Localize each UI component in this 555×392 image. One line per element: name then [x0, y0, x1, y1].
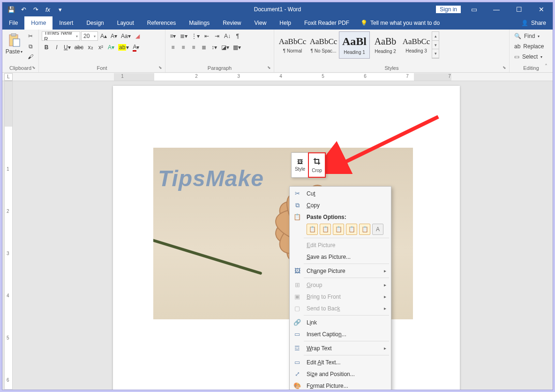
ctx-paste-options-header: 📋Paste Options: — [290, 211, 391, 223]
numbering-button[interactable]: ≣▾ — [179, 31, 189, 41]
show-marks-button[interactable]: ¶ — [233, 31, 242, 41]
underline-button[interactable]: U▾ — [62, 43, 72, 52]
style-no-spacing[interactable]: AaBbCc¶ No Spac... — [308, 31, 339, 59]
grow-font-button[interactable]: A▴ — [99, 31, 108, 41]
bold-button[interactable]: B — [42, 43, 51, 52]
paste-link[interactable]: 📋 — [346, 224, 357, 235]
clear-formatting-button[interactable]: ◢ — [133, 31, 142, 41]
document-area: 1 2 3 4 5 6 — [2, 81, 553, 390]
ctx-insert-caption[interactable]: ▭Insert Caption... — [290, 328, 391, 340]
increase-indent-button[interactable]: ⇥ — [212, 31, 222, 41]
tab-foxit[interactable]: Foxit Reader PDF — [298, 16, 356, 30]
style-heading1[interactable]: AaBlHeading 1 — [339, 31, 370, 59]
paste-text-only[interactable]: A — [372, 224, 383, 235]
italic-button[interactable]: I — [52, 43, 61, 52]
multilevel-button[interactable]: ⋮▾ — [190, 31, 201, 41]
strikethrough-button[interactable]: abc — [73, 43, 85, 52]
tab-selector[interactable]: L — [4, 73, 13, 81]
tab-file[interactable]: File — [2, 16, 24, 30]
replace-button[interactable]: abReplace — [512, 42, 546, 51]
styles-launcher-icon[interactable]: ⬊ — [502, 65, 507, 70]
decrease-indent-button[interactable]: ⇤ — [202, 31, 211, 41]
styles-scroll[interactable]: ▴▾▾ — [432, 31, 439, 59]
highlight-button[interactable]: ab▾ — [117, 43, 130, 52]
align-center-button[interactable]: ≡ — [179, 43, 188, 52]
style-normal[interactable]: AaBbCc¶ Normal — [277, 31, 308, 59]
tab-references[interactable]: References — [141, 16, 182, 30]
fx-icon[interactable]: fx — [43, 4, 53, 15]
cut-button[interactable]: ✂ — [26, 31, 35, 41]
mini-crop-button[interactable]: Crop — [308, 153, 325, 177]
paste-keep-source[interactable]: 📋 — [307, 224, 318, 235]
minimize-icon[interactable]: — — [487, 2, 506, 16]
shading-button[interactable]: ◪▾ — [220, 43, 231, 52]
wrap-icon: ☲ — [292, 345, 302, 352]
clipboard-launcher-icon[interactable]: ⬊ — [31, 65, 37, 70]
justify-button[interactable]: ≣ — [199, 43, 209, 52]
tab-layout[interactable]: Layout — [111, 16, 141, 30]
find-button[interactable]: 🔍Find▾ — [512, 31, 546, 41]
paste-picture[interactable]: 📋 — [333, 224, 344, 235]
undo-icon[interactable]: ↶ — [18, 4, 29, 15]
font-color-button[interactable]: A▾ — [131, 43, 141, 52]
line-spacing-button[interactable]: ↕▾ — [210, 43, 219, 52]
format-painter-button[interactable]: 🖌 — [26, 52, 35, 61]
ctx-change-picture[interactable]: 🖼Change Picture▸ — [290, 265, 391, 277]
share-button[interactable]: 👤Share — [515, 16, 553, 30]
ctx-size-position[interactable]: ⤢Size and Position... — [290, 368, 391, 380]
tab-view[interactable]: View — [248, 16, 273, 30]
save-icon[interactable]: 💾 — [6, 4, 16, 15]
paragraph-launcher-icon[interactable]: ⬊ — [266, 65, 272, 70]
redo-icon[interactable]: ↷ — [30, 4, 41, 15]
tab-mailings[interactable]: Mailings — [182, 16, 216, 30]
align-left-button[interactable]: ≡ — [168, 43, 178, 52]
change-case-button[interactable]: Aa▾ — [120, 31, 132, 41]
mini-style-button[interactable]: 🖼 Style — [292, 153, 308, 177]
style-heading3[interactable]: AaBbCcHeading 3 — [401, 31, 432, 59]
ctx-save-as-picture[interactable]: Save as Picture... — [290, 251, 391, 263]
maximize-icon[interactable]: ☐ — [510, 2, 528, 16]
horizontal-ruler[interactable]: 1 2 3 4 5 6 7 7 — [114, 73, 451, 81]
tab-design[interactable]: Design — [80, 16, 110, 30]
tab-insert[interactable]: Insert — [52, 16, 80, 30]
ctx-format-picture[interactable]: 🎨Format Picture... — [290, 380, 391, 390]
ctx-cut[interactable]: ✂Cut — [290, 188, 391, 199]
font-launcher-icon[interactable]: ⬊ — [158, 65, 163, 70]
vertical-ruler[interactable]: 1 2 3 4 5 6 — [4, 81, 13, 390]
close-icon[interactable]: ✕ — [532, 2, 551, 16]
style-heading2[interactable]: AaBbHeading 2 — [370, 31, 401, 59]
tell-me-search[interactable]: 💡Tell me what you want to do — [356, 16, 444, 30]
paste-keep-text[interactable]: 📋 — [359, 224, 370, 235]
ribbon-display-icon[interactable]: ▭ — [465, 2, 483, 16]
text-effects-button[interactable]: A▾ — [106, 43, 116, 52]
superscript-button[interactable]: x² — [96, 43, 105, 52]
collapse-ribbon-icon[interactable]: ˄ — [542, 63, 550, 70]
font-name-dropdown[interactable]: Times New R▾ — [42, 31, 80, 41]
subscript-button[interactable]: x₂ — [86, 43, 95, 52]
word-window: 💾 ↶ ↷ fx ▾ Document1 - Word Sign in ▭ — … — [2, 2, 553, 390]
ctx-edit-alt-text[interactable]: ▭Edit Alt Text... — [290, 356, 391, 368]
tab-review[interactable]: Review — [216, 16, 248, 30]
find-icon: 🔍 — [514, 33, 521, 39]
sign-in-button[interactable]: Sign in — [436, 6, 461, 13]
group-paragraph: ≡▾ ≣▾ ⋮▾ ⇤ ⇥ A↓ ¶ ≡ ≡ ≡ ≣ ↕▾ ◪▾ — [165, 30, 274, 72]
copy-button[interactable]: ⧉ — [26, 42, 35, 51]
paste-button[interactable]: Paste▾ — [5, 31, 23, 55]
cut-icon: ✂ — [292, 190, 302, 197]
bullets-button[interactable]: ≡▾ — [168, 31, 178, 41]
sort-button[interactable]: A↓ — [223, 31, 232, 41]
paste-merge[interactable]: 📋 — [320, 224, 331, 235]
ctx-send-back: ▢Send to Back▸ — [290, 302, 391, 314]
watermark-text: TipsMake — [158, 166, 264, 191]
shrink-font-button[interactable]: A▾ — [109, 31, 119, 41]
font-size-dropdown[interactable]: 20▾ — [81, 31, 98, 41]
align-right-button[interactable]: ≡ — [189, 43, 198, 52]
customize-qat-icon[interactable]: ▾ — [55, 4, 65, 15]
tab-home[interactable]: Home — [24, 16, 52, 30]
ctx-link[interactable]: 🔗Link — [290, 317, 391, 328]
borders-button[interactable]: ▦▾ — [232, 43, 242, 52]
tab-help[interactable]: Help — [273, 16, 298, 30]
select-button[interactable]: ▭Select▾ — [512, 52, 546, 61]
ctx-wrap-text[interactable]: ☲Wrap Text▸ — [290, 342, 391, 354]
ctx-copy[interactable]: ⧉Copy — [290, 199, 391, 211]
